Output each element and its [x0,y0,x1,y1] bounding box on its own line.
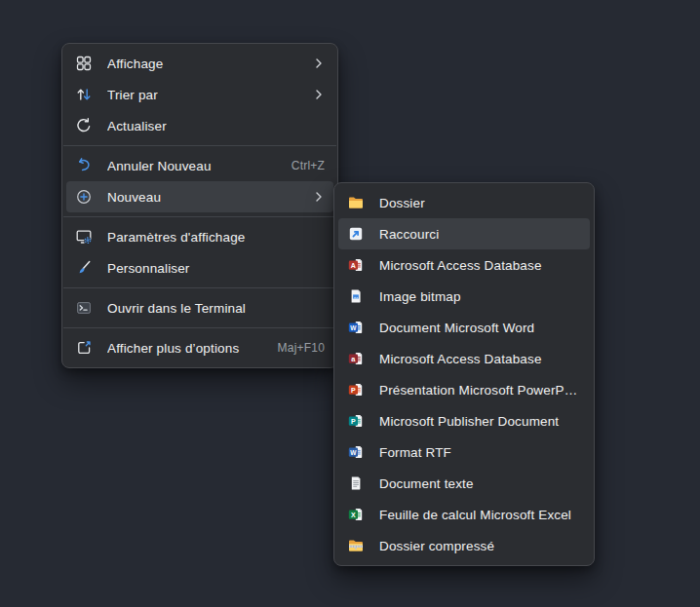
refresh-icon [75,117,93,134]
menu-item-trier-par[interactable]: Trier par [66,79,333,110]
zip-folder-icon [347,537,365,554]
menu-separator [63,287,336,288]
bitmap-icon [347,287,365,305]
submenu-item-powerpoint-presentation[interactable]: P Présentation Microsoft PowerPoint [338,374,590,405]
menu-separator [63,216,336,217]
submenu-item-publisher-document[interactable]: P Microsoft Publisher Document [338,405,590,436]
menu-item-affichage[interactable]: Affichage [66,48,333,79]
plus-circle-icon [75,188,93,206]
menu-item-label: Annuler Nouveau [107,159,277,173]
svg-text:A: A [351,262,356,269]
menu-separator [63,145,336,146]
svg-text:W: W [350,324,357,331]
submenu-item-image-bitmap[interactable]: Image bitmap [338,281,590,312]
shortcut-icon [347,225,365,243]
menu-separator [63,327,336,328]
menu-item-label: Microsoft Publisher Document [379,414,581,429]
powerpoint-icon: P [347,381,365,398]
submenu-item-raccourci[interactable]: Raccourci [338,218,590,249]
access-icon: A [347,256,365,274]
menu-item-label: Ouvrir dans le Terminal [107,301,325,316]
menu-item-label: Présentation Microsoft PowerPoint [379,383,581,398]
grid-icon [75,55,93,72]
menu-item-actualiser[interactable]: Actualiser [66,110,333,141]
paintbrush-icon [75,259,93,277]
terminal-icon [75,299,93,317]
submenu-item-word-document[interactable]: W Document Microsoft Word [338,312,590,343]
submenu-item-format-rtf[interactable]: W Format RTF [338,436,590,468]
menu-item-label: Dossier compressé [379,539,581,553]
menu-item-nouveau[interactable]: Nouveau [66,181,333,212]
menu-item-label: Paramètres d'affichage [107,230,325,245]
submenu-item-access-database-2[interactable]: a Microsoft Access Database [338,343,590,374]
rtf-icon: W [347,443,365,461]
publisher-icon: P [347,412,365,430]
submenu-item-access-database[interactable]: A Microsoft Access Database [338,249,590,281]
menu-item-label: Document texte [379,476,581,491]
folder-icon [347,194,365,211]
svg-text:P: P [351,418,356,425]
chevron-right-icon [313,57,325,70]
desktop-context-menu: Affichage Trier par Actualiser Annule [61,43,338,368]
submenu-item-excel-feuille[interactable]: X Feuille de calcul Microsoft Excel [338,499,590,530]
menu-item-label: Trier par [107,88,298,102]
menu-item-label: Personnaliser [107,261,325,276]
menu-item-label: Affichage [107,57,298,71]
word-icon: W [347,319,365,336]
display-settings-icon [75,228,93,246]
chevron-right-icon [313,190,325,204]
menu-item-parametres-affichage[interactable]: Paramètres d'affichage [66,221,333,252]
menu-item-personnaliser[interactable]: Personnaliser [66,252,333,284]
open-external-icon [75,339,93,357]
menu-item-label: Format RTF [379,445,581,460]
text-document-icon [347,474,365,492]
menu-item-label: Document Microsoft Word [379,321,581,335]
menu-item-label: Dossier [379,196,581,210]
submenu-item-document-texte[interactable]: Document texte [338,468,590,499]
submenu-item-dossier-compresse[interactable]: Dossier compressé [338,530,590,561]
sort-icon [75,86,93,103]
menu-item-afficher-plus-options[interactable]: Afficher plus d’options Maj+F10 [66,332,333,363]
menu-item-label: Afficher plus d’options [107,341,263,356]
menu-item-label: Image bitmap [379,289,581,304]
chevron-right-icon [313,88,325,101]
menu-item-shortcut: Ctrl+Z [292,159,325,172]
menu-item-label: Nouveau [107,190,298,205]
nouveau-submenu: Dossier Raccourci A Microsoft Access Dat… [333,182,595,566]
menu-item-shortcut: Maj+F10 [278,341,325,355]
excel-icon: X [347,506,365,523]
menu-item-label: Microsoft Access Database [379,352,581,366]
undo-icon [75,157,93,174]
svg-text:W: W [350,449,357,456]
menu-item-ouvrir-terminal[interactable]: Ouvrir dans le Terminal [66,292,333,323]
menu-item-annuler-nouveau[interactable]: Annuler Nouveau Ctrl+Z [66,150,333,181]
svg-text:X: X [351,512,356,518]
menu-item-label: Raccourci [379,227,581,242]
menu-item-label: Microsoft Access Database [379,258,581,273]
svg-text:P: P [351,387,356,394]
menu-item-label: Feuille de calcul Microsoft Excel [379,508,581,522]
menu-item-label: Actualiser [107,119,325,133]
submenu-item-dossier[interactable]: Dossier [338,187,590,218]
access-db-icon: a [347,350,365,367]
